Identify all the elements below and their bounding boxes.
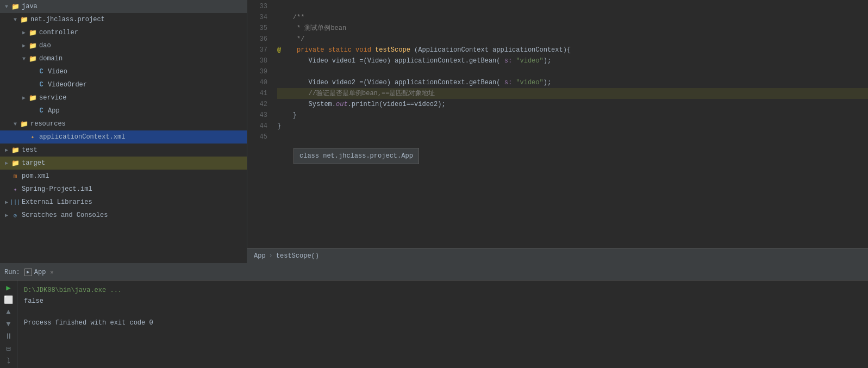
sidebar-item-pom[interactable]: ▶ m pom.xml: [0, 170, 247, 183]
folder-dao-icon: 📁: [28, 41, 37, 50]
sidebar-label-applicationcontext: applicationContext.xml: [39, 133, 125, 141]
sidebar-label-dao: dao: [39, 42, 51, 49]
sidebar-label-service: service: [39, 94, 66, 102]
sidebar-item-java[interactable]: ▼ 📁 java: [0, 0, 247, 13]
linenum-45: 45: [247, 132, 267, 142]
run-panel: Run: ▶ App ✕ ▶ ⬜ ▲ ▼ ⏸ ⊟ ⤵ D:\JDK08\bin\…: [0, 263, 868, 368]
sidebar-item-spring-iml[interactable]: ▶ ✦ Spring-Project.iml: [0, 183, 247, 196]
xml-icon: ✦: [28, 133, 37, 141]
sidebar-item-domain[interactable]: ▼ 📁 domain: [0, 52, 247, 65]
output-empty: [24, 307, 861, 317]
code-line-37: @ private static void testScope ( Applic…: [277, 45, 868, 55]
code-tooltip: class net.jhclass.project.App: [294, 148, 419, 164]
code-line-44: }: [277, 121, 868, 132]
sidebar: ▼ 📁 java ▼ 📁 net.jhclass.project ▶ 📁 con…: [0, 0, 247, 263]
sidebar-item-target[interactable]: ▶ 📁 target: [0, 157, 247, 170]
breadcrumb-method[interactable]: testScope(): [276, 252, 319, 260]
run-tab-icon: ▶: [24, 269, 32, 276]
code-line-39: [277, 66, 868, 77]
code-line-34: /**: [277, 12, 868, 23]
line-numbers: 33 ◆34 35 ◆36 ◆37 38 39 40 41 42: [247, 0, 272, 248]
arrow-java: ▼: [2, 2, 11, 11]
sidebar-item-service[interactable]: ▶ 📁 service: [0, 91, 247, 104]
run-label: Run:: [4, 269, 20, 276]
folder-controller-icon: 📁: [28, 28, 37, 37]
linenum-35: 35: [247, 23, 267, 34]
linenum-34: ◆34: [247, 12, 267, 23]
arrow-test: ▶: [2, 146, 11, 154]
run-down-button[interactable]: ▼: [3, 319, 15, 329]
arrow-controller: ▶: [20, 28, 28, 37]
folder-test-icon: 📁: [11, 146, 20, 154]
sidebar-item-dao[interactable]: ▶ 📁 dao: [0, 39, 247, 52]
sidebar-label-net-jhclass: net.jhclass.project: [30, 16, 105, 23]
linenum-36: ◆36: [247, 34, 267, 45]
code-line-35: * 测试单例bean: [277, 23, 868, 34]
folder-target-icon: 📁: [11, 159, 20, 167]
sidebar-item-resources[interactable]: ▼ 📁 resources: [0, 117, 247, 130]
run-filter-button[interactable]: ⊟: [3, 344, 15, 353]
code-line-36: */: [277, 34, 868, 45]
iml-icon: ✦: [11, 185, 20, 194]
linenum-42: 42: [247, 99, 267, 110]
run-stop-button[interactable]: ⬜: [3, 295, 15, 304]
sidebar-label-spring-iml: Spring-Project.iml: [22, 185, 92, 193]
linenum-38: 38: [247, 55, 267, 66]
folder-service-icon: 📁: [28, 93, 37, 102]
sidebar-label-controller: controller: [39, 29, 78, 36]
java-video-icon: C: [37, 67, 46, 76]
linenum-33: 33: [247, 1, 267, 12]
sidebar-item-scratches[interactable]: ▶ ⊙ Scratches and Consoles: [0, 209, 247, 222]
sidebar-item-app[interactable]: ▶ C App: [0, 104, 247, 117]
folder-java-icon: 📁: [11, 2, 20, 11]
sidebar-item-controller[interactable]: ▶ 📁 controller: [0, 26, 247, 39]
code-line-38: Video video1 =( Video ) applicationConte…: [277, 55, 868, 66]
run-play-button[interactable]: ▶: [3, 283, 15, 292]
scratches-icon: ⊙: [11, 211, 20, 220]
code-line-42: System. out .println(video1==video2);: [277, 99, 868, 110]
output-exit: Process finished with exit code 0: [24, 317, 861, 328]
run-scroll-button[interactable]: ⤵: [3, 356, 15, 366]
linenum-39: 39: [247, 66, 267, 77]
sidebar-label-test: test: [22, 146, 38, 154]
arrow-resources: ▼: [11, 120, 20, 128]
code-text-area[interactable]: /** * 测试单例bean */ @ private static void …: [272, 0, 868, 248]
arrow-domain: ▼: [20, 54, 28, 63]
code-line-45: [277, 132, 868, 142]
arrow-target: ▶: [2, 159, 11, 167]
sidebar-label-domain: domain: [39, 55, 63, 63]
code-line-40: Video video2 =( Video ) applicationConte…: [277, 77, 868, 88]
run-tab-label: App: [34, 269, 46, 276]
run-up-button[interactable]: ▲: [3, 307, 15, 317]
run-tab-app[interactable]: ▶ App ✕: [20, 264, 58, 280]
sidebar-item-test[interactable]: ▶ 📁 test: [0, 144, 247, 157]
linenum-41: 41: [247, 88, 267, 99]
sidebar-label-video: Video: [48, 68, 67, 76]
sidebar-item-videoorder[interactable]: ▶ C VideoOrder: [0, 78, 247, 91]
linenum-37: ◆37: [247, 45, 267, 55]
run-tab-close[interactable]: ✕: [50, 269, 53, 276]
sidebar-item-net-jhclass[interactable]: ▼ 📁 net.jhclass.project: [0, 13, 247, 26]
arrow-net-jhclass: ▼: [11, 15, 20, 24]
output-cmd-line: D:\JDK08\bin\java.exe ...: [24, 285, 861, 296]
run-header: Run: ▶ App ✕: [0, 264, 868, 280]
linenum-44: 44: [247, 121, 267, 132]
breadcrumb-app[interactable]: App: [254, 252, 266, 260]
sidebar-item-ext-libs[interactable]: ▶ ||| External Libraries: [0, 196, 247, 209]
breadcrumb-separator: ›: [269, 252, 273, 260]
code-lines: 33 ◆34 35 ◆36 ◆37 38 39 40 41 42: [247, 0, 868, 248]
run-pause-button[interactable]: ⏸: [3, 332, 15, 341]
folder-domain-icon: 📁: [28, 54, 37, 63]
java-app-icon: C: [37, 107, 46, 115]
bottom-breadcrumb: App › testScope(): [247, 248, 868, 263]
code-line-43: }: [277, 110, 868, 121]
folder-net-jhclass-icon: 📁: [20, 15, 28, 24]
sidebar-label-pom: pom.xml: [22, 172, 49, 180]
sidebar-item-applicationcontext[interactable]: ▶ ✦ applicationContext.xml: [0, 130, 247, 144]
code-line-33: [277, 1, 868, 12]
linenum-40: 40: [247, 77, 267, 88]
sidebar-label-videoorder: VideoOrder: [48, 81, 87, 89]
sidebar-item-video[interactable]: ▶ C Video: [0, 65, 247, 78]
pom-icon: m: [11, 172, 20, 180]
output-false: false: [24, 296, 861, 307]
